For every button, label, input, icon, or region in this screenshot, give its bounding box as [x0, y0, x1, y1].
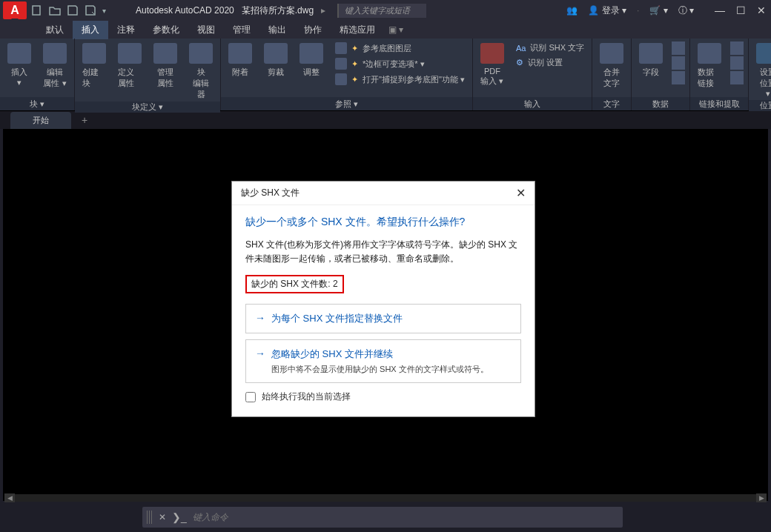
- qat-new-icon[interactable]: [31, 4, 43, 16]
- option-2-subtitle: 图形中将不会显示使用缺少的 SHX 文件的文字样式或符号。: [271, 364, 512, 375]
- always-do-checkbox-row[interactable]: 始终执行我的当前选择: [245, 390, 521, 403]
- qat-save-icon[interactable]: [67, 4, 79, 16]
- underlay-layers-button[interactable]: ✦参考底图图层: [332, 41, 468, 55]
- panel-text: 合并 文字 文字: [592, 39, 632, 110]
- titlebar: A ▾ Autodesk AutoCAD 2020 某招待所方案.dwg ▸ 键…: [0, 0, 771, 21]
- block-editor-button[interactable]: 块 编辑器: [186, 41, 216, 102]
- dialog-heading: 缺少一个或多个 SHX 文件。希望执行什么操作?: [245, 216, 521, 229]
- panel-link: 数据链接 链接和提取: [690, 39, 749, 110]
- tab-output[interactable]: 输出: [259, 21, 295, 39]
- svg-rect-0: [33, 6, 40, 15]
- data-small-1[interactable]: [672, 41, 685, 55]
- set-location-button[interactable]: 设置位置 ▾: [753, 41, 771, 100]
- recognize-settings-button[interactable]: ⚙识别 设置: [513, 56, 587, 69]
- snap-underlay-button[interactable]: ✦打开"捕捉到参考底图"功能 ▾: [332, 73, 468, 86]
- panel-text-label: 文字: [592, 97, 631, 110]
- login-button[interactable]: 👤 登录 ▾: [588, 4, 626, 17]
- ribbon: 插入 ▾ 编辑 属性 ▾ 块 ▾ 创建块 定义属性 管理 属性 块 编辑器 块定…: [0, 39, 771, 111]
- dialog-description: SHX 文件(也称为形文件)将用作文字字体或符号字体。缺少的 SHX 文件未随图…: [245, 238, 521, 266]
- dialog-title: 缺少 SHX 文件: [241, 187, 300, 199]
- cmdbar-grip-icon[interactable]: [147, 511, 153, 524]
- help-icon[interactable]: ⓘ ▾: [678, 4, 694, 17]
- cmdbar-chevron-icon[interactable]: ❯_: [172, 511, 187, 523]
- qat-saveas-icon[interactable]: [85, 4, 96, 16]
- link-small-1[interactable]: [730, 41, 744, 55]
- maximize-button[interactable]: ☐: [734, 4, 747, 17]
- titlebar-right: 👥 👤 登录 ▾ · 🛒 ▾ ⓘ ▾ — ☐ ✕: [566, 4, 768, 17]
- data-link-button[interactable]: 数据链接: [695, 41, 724, 90]
- panel-data-label: 数据: [632, 97, 689, 110]
- panel-data: 字段 数据: [632, 39, 690, 110]
- insert-button[interactable]: 插入 ▾: [4, 41, 34, 89]
- close-button[interactable]: ✕: [755, 4, 768, 17]
- panel-block-def-label[interactable]: 块定义 ▾: [75, 102, 220, 113]
- define-attrib-button[interactable]: 定义属性: [115, 41, 145, 90]
- tab-insert[interactable]: 插入: [73, 21, 108, 39]
- tab-view[interactable]: 视图: [188, 21, 224, 39]
- link-small-3[interactable]: [730, 71, 744, 84]
- connect-icon[interactable]: 👥: [566, 5, 578, 16]
- panel-location: 设置位置 ▾ 位置: [749, 39, 771, 110]
- app-title: Autodesk AutoCAD 2020: [136, 5, 234, 16]
- panel-import: PDF 输入 ▾ Aa识别 SHX 文字 ⚙识别 设置 输入: [473, 39, 592, 110]
- panel-reference-label[interactable]: 参照 ▾: [221, 97, 472, 110]
- arrow-icon: →: [255, 312, 265, 325]
- app-logo[interactable]: A: [3, 1, 27, 19]
- file-name: 某招待所方案.dwg: [242, 4, 314, 17]
- option-specify-replacement[interactable]: → 为每个 SHX 文件指定替换文件: [245, 304, 521, 333]
- dialog-close-button[interactable]: ✕: [516, 186, 526, 200]
- clip-button[interactable]: 剪裁: [261, 41, 291, 79]
- field-button[interactable]: 字段: [636, 41, 666, 79]
- cmdbar-close-icon[interactable]: ✕: [159, 512, 166, 522]
- tab-parametric[interactable]: 参数化: [144, 21, 188, 39]
- tab-collaborate[interactable]: 协作: [295, 21, 331, 39]
- scroll-left-button[interactable]: ◀: [4, 493, 15, 502]
- tab-default[interactable]: 默认: [37, 21, 73, 39]
- attach-button[interactable]: 附着: [225, 41, 255, 79]
- horizontal-scrollbar[interactable]: ◀ ▶: [4, 493, 767, 502]
- tab-expand-icon[interactable]: ▣ ▾: [388, 24, 403, 35]
- data-small-2[interactable]: [672, 56, 685, 70]
- adjust-button[interactable]: 调整: [297, 41, 326, 79]
- panel-block: 插入 ▾ 编辑 属性 ▾ 块 ▾: [0, 39, 75, 110]
- arrow-icon: →: [255, 348, 265, 375]
- tab-annotate[interactable]: 注释: [108, 21, 144, 39]
- frames-vary-button[interactable]: ✦*边框可变选项* ▾: [332, 57, 468, 70]
- scroll-right-button[interactable]: ▶: [756, 493, 767, 502]
- pdf-import-button[interactable]: PDF 输入 ▾: [477, 41, 507, 88]
- doctab-start[interactable]: 开始: [10, 112, 71, 129]
- ribbon-tabs: 默认 插入 注释 参数化 视图 管理 输出 协作 精选应用 ▣ ▾: [0, 21, 771, 39]
- scroll-track[interactable]: [15, 494, 756, 502]
- option-1-title: 为每个 SHX 文件指定替换文件: [271, 312, 512, 325]
- option-2-title: 忽略缺少的 SHX 文件并继续: [271, 348, 512, 361]
- merge-text-button[interactable]: 合并 文字: [597, 41, 626, 90]
- edit-attrib-button[interactable]: 编辑 属性 ▾: [40, 41, 70, 90]
- panel-location-label: 位置: [749, 100, 771, 111]
- dialog-titlebar: 缺少 SHX 文件 ✕: [232, 182, 535, 205]
- search-input[interactable]: 键入关键字或短语: [337, 4, 426, 18]
- qat-open-icon[interactable]: [49, 4, 61, 16]
- create-block-button[interactable]: 创建块: [79, 41, 109, 90]
- window-controls: — ☐ ✕: [713, 4, 768, 17]
- data-small-3[interactable]: [672, 71, 685, 84]
- minimize-button[interactable]: —: [713, 4, 727, 17]
- recognize-shx-button[interactable]: Aa识别 SHX 文字: [513, 41, 587, 54]
- always-do-label: 始终执行我的当前选择: [262, 390, 351, 403]
- document-tabs: 开始 +: [0, 111, 771, 129]
- missing-count-badge: 缺少的 SHX 文件数: 2: [245, 275, 344, 293]
- option-ignore-continue[interactable]: → 忽略缺少的 SHX 文件并继续 图形中将不会显示使用缺少的 SHX 文件的文…: [245, 339, 521, 383]
- panel-block-label[interactable]: 块 ▾: [0, 97, 74, 110]
- always-do-checkbox[interactable]: [245, 392, 256, 402]
- tab-manage[interactable]: 管理: [224, 21, 259, 39]
- manage-attrib-button[interactable]: 管理 属性: [150, 41, 180, 90]
- doctab-add-button[interactable]: +: [74, 111, 95, 129]
- missing-shx-dialog: 缺少 SHX 文件 ✕ 缺少一个或多个 SHX 文件。希望执行什么操作? SHX…: [231, 181, 535, 417]
- panel-link-label: 链接和提取: [690, 97, 748, 110]
- tab-featured[interactable]: 精选应用: [331, 21, 384, 39]
- panel-block-def: 创建块 定义属性 管理 属性 块 编辑器 块定义 ▾: [75, 39, 221, 110]
- quick-access-toolbar: ▾: [31, 4, 106, 16]
- qat-dropdown-icon[interactable]: ▾: [102, 7, 106, 15]
- cart-icon[interactable]: 🛒 ▾: [649, 5, 667, 16]
- command-input[interactable]: [193, 512, 618, 522]
- link-small-2[interactable]: [730, 56, 744, 70]
